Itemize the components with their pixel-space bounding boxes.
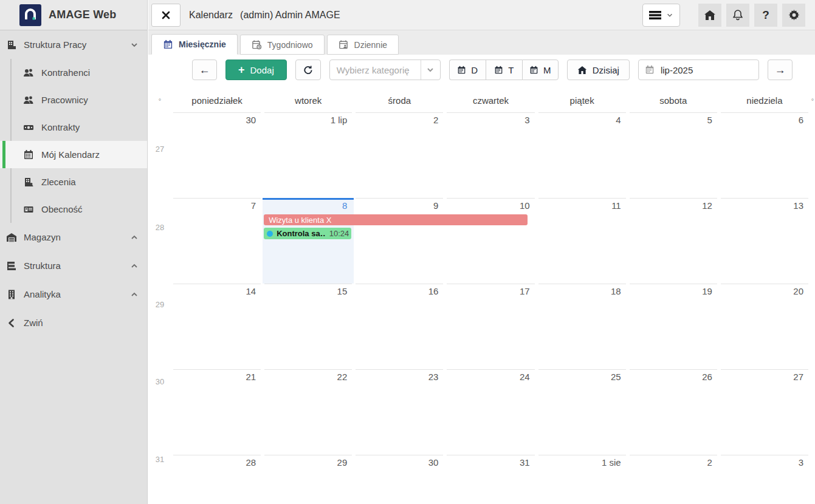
day-cell[interactable]: 20 [719, 284, 810, 369]
chevron-down-icon [666, 12, 673, 19]
week-column-header: ° [148, 89, 171, 112]
category-select[interactable]: Wybierz kategorię [329, 60, 441, 80]
close-view-button[interactable] [151, 4, 181, 27]
gear-icon [788, 9, 800, 21]
sidebar-item-kontrahenci[interactable]: Kontrahenci [0, 59, 147, 86]
day-cell[interactable]: 7 [171, 198, 263, 284]
event-kontrola[interactable]: Kontrola sa… 10:24 [264, 228, 351, 239]
chevron-up-icon [130, 262, 139, 270]
day-cell[interactable]: 16 [354, 284, 445, 369]
day-cell[interactable]: 26 [628, 369, 719, 455]
next-period-button[interactable]: → [768, 60, 793, 80]
view-week-button[interactable]: T [486, 60, 522, 80]
week-column-header-right: ° [810, 89, 815, 112]
sidebar-section-struktura[interactable]: Struktura [0, 251, 147, 280]
view-month-label: M [543, 65, 551, 75]
main-menu-button[interactable] [642, 4, 680, 27]
warehouse-icon [6, 232, 17, 243]
day-cell[interactable]: 27 [719, 369, 810, 455]
close-icon [161, 10, 171, 20]
sidebar-item-label: Kontrakty [41, 122, 80, 132]
calendar-icon [23, 149, 34, 160]
sidebar-section-magazyn[interactable]: Magazyn [0, 223, 147, 251]
sidebar: AMAGE Web Struktura Pracy Kontrahenci Pr… [0, 0, 148, 504]
sidebar-item-zlecenia[interactable]: Zlecenia [0, 168, 147, 196]
view-day-button[interactable]: D [449, 60, 486, 80]
settings-button[interactable] [782, 4, 805, 27]
day-cell[interactable]: 23 [354, 369, 445, 455]
arrow-left-icon: ← [199, 64, 210, 77]
sidebar-item-moj-kalendarz[interactable]: Mój Kalendarz [0, 141, 147, 168]
day-cell[interactable]: 17 [445, 284, 536, 369]
day-cell[interactable]: 3 [719, 455, 810, 504]
event-time: 10:24 [329, 229, 349, 238]
sidebar-section-struktura-pracy[interactable]: Struktura Pracy [0, 30, 147, 59]
month-calendar: ° poniedziałek wtorek środa czwartek pią… [148, 89, 815, 504]
day-cell[interactable]: 30 [354, 455, 445, 504]
day-cell[interactable]: 22 [263, 369, 354, 455]
day-cell[interactable]: 1 sie [537, 455, 628, 504]
day-header-friday: piątek [537, 89, 628, 112]
day-cell[interactable]: 31 [445, 455, 536, 504]
sidebar-item-label: Kontrahenci [41, 67, 90, 78]
page-title: Kalendarz(admin) Admin AMAGE [189, 10, 340, 21]
day-cell[interactable]: 12 [628, 198, 719, 284]
day-cell[interactable]: 6 [719, 112, 810, 198]
sidebar-item-kontrakty[interactable]: Kontrakty [0, 114, 147, 141]
calendar-week-icon [252, 39, 262, 50]
day-cell[interactable]: 24 [445, 369, 536, 455]
day-cell[interactable]: 3 [445, 112, 536, 198]
date-picker-input[interactable]: lip-2025 [638, 60, 759, 80]
day-cell-today[interactable]: 8 [263, 198, 354, 284]
chevron-up-icon [130, 290, 139, 299]
help-button[interactable]: ? [754, 4, 777, 27]
day-cell[interactable]: 2 [354, 112, 445, 198]
sidebar-item-obecnosc[interactable]: Obecność [0, 196, 147, 223]
day-cell[interactable]: 30 [171, 112, 263, 198]
day-cell[interactable]: 18 [537, 284, 628, 369]
day-cell[interactable]: 9 [354, 198, 445, 284]
day-cell[interactable]: 2 [628, 455, 719, 504]
day-cell[interactable]: 21 [171, 369, 263, 455]
add-event-button[interactable]: + Dodaj [225, 60, 287, 80]
sidebar-collapse-button[interactable]: Zwiń [0, 308, 147, 337]
day-cell[interactable]: 10 [445, 198, 536, 284]
day-cell[interactable]: 15 [263, 284, 354, 369]
event-wizyta-u-klienta[interactable]: Wizyta u klienta X [264, 214, 527, 225]
refresh-button[interactable] [295, 60, 321, 80]
sidebar-section-label: Magazyn [24, 232, 130, 242]
day-cell[interactable]: 14 [171, 284, 263, 369]
notifications-button[interactable] [726, 4, 749, 27]
date-picker-value: lip-2025 [661, 65, 693, 75]
day-cell[interactable]: 19 [628, 284, 719, 369]
sidebar-section-analityka[interactable]: Analityka [0, 280, 147, 308]
chevron-down-icon [426, 66, 435, 74]
day-cell[interactable]: 13 [719, 198, 810, 284]
office-building-icon [6, 289, 17, 300]
sidebar-section-label: Struktura Pracy [24, 39, 130, 50]
day-cell[interactable]: 29 [263, 455, 354, 504]
category-placeholder: Wybierz kategorię [330, 65, 421, 75]
today-button[interactable]: Dzisiaj [567, 60, 630, 80]
tab-daily[interactable]: Dziennie [327, 35, 399, 55]
day-cell[interactable]: 28 [171, 455, 263, 504]
day-cell[interactable]: 25 [537, 369, 628, 455]
sidebar-item-label: Pracownicy [41, 95, 88, 105]
calendar-icon [529, 66, 538, 75]
prev-period-button[interactable]: ← [192, 60, 217, 80]
day-cell[interactable]: 5 [628, 112, 719, 198]
sidebar-item-pracownicy[interactable]: Pracownicy [0, 86, 147, 114]
select-dropdown-toggle[interactable] [421, 60, 440, 80]
day-cell[interactable]: 1 lip [263, 112, 354, 198]
arrow-right-icon: → [774, 64, 785, 77]
week-number: 29 [148, 284, 171, 369]
day-cell[interactable]: 4 [537, 112, 628, 198]
view-month-button[interactable]: M [522, 60, 559, 80]
week-number: 30 [148, 369, 171, 455]
tab-weekly[interactable]: Tygodniowo [240, 35, 325, 55]
day-cell[interactable]: 11 [537, 198, 628, 284]
tab-monthly[interactable]: Miesięcznie [151, 34, 238, 55]
week-row-30: 30 21 22 23 24 25 26 27 [148, 369, 815, 455]
sidebar-section-label: Analityka [24, 289, 130, 299]
home-button[interactable] [698, 4, 721, 27]
